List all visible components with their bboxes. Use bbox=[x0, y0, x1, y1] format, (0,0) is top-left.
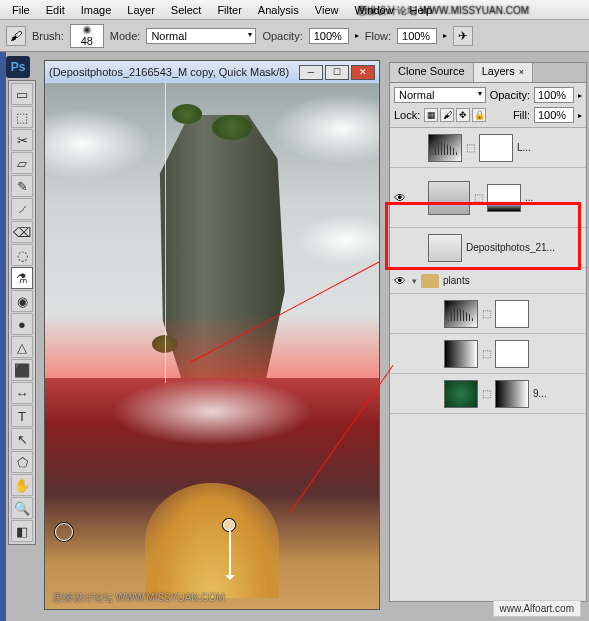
tool-dodge[interactable]: ● bbox=[11, 313, 33, 335]
tab-clone-source[interactable]: Clone Source bbox=[390, 63, 474, 82]
mode-label: Mode: bbox=[110, 30, 141, 42]
target-cursor bbox=[223, 519, 235, 531]
layer-name[interactable]: L... bbox=[517, 142, 584, 153]
vegetation bbox=[212, 115, 252, 140]
tool-shape[interactable]: ⬠ bbox=[11, 451, 33, 473]
minimize-button[interactable]: ─ bbox=[299, 65, 323, 80]
tool-crop[interactable]: ▱ bbox=[11, 152, 33, 174]
tool-healing[interactable]: ⟋ bbox=[11, 198, 33, 220]
tool-bucket[interactable]: ⬛ bbox=[11, 359, 33, 381]
menu-image[interactable]: Image bbox=[73, 2, 120, 18]
fill-input[interactable]: 100% bbox=[534, 107, 574, 123]
brush-cursor bbox=[55, 523, 73, 541]
blend-mode-dropdown[interactable]: Normal bbox=[394, 87, 486, 103]
link-icon: ⬚ bbox=[482, 348, 491, 359]
brush-preset[interactable]: 48 bbox=[70, 24, 104, 48]
link-icon: ⬚ bbox=[482, 388, 491, 399]
tool-eyedropper[interactable]: ✎ bbox=[11, 175, 33, 197]
lock-label: Lock: bbox=[394, 109, 420, 121]
link-icon: ⬚ bbox=[466, 142, 475, 153]
adjustment-thumb[interactable] bbox=[428, 134, 462, 162]
document-titlebar[interactable]: (Depositphotos_2166543_M copy, Quick Mas… bbox=[45, 61, 379, 83]
visibility-toggle[interactable] bbox=[392, 346, 408, 362]
folder-icon bbox=[421, 274, 439, 288]
layer-row[interactable]: ⬚ bbox=[390, 294, 586, 334]
layer-row[interactable]: Depositphotos_21... bbox=[390, 228, 586, 268]
visibility-toggle[interactable] bbox=[392, 386, 408, 402]
panel-tabs: Clone Source Layers× bbox=[390, 63, 586, 83]
tool-eraser[interactable]: ⌫ bbox=[11, 221, 33, 243]
tool-zoom[interactable]: 🔍 bbox=[11, 497, 33, 519]
visibility-toggle[interactable]: 👁 bbox=[392, 273, 408, 289]
tab-layers[interactable]: Layers× bbox=[474, 63, 533, 82]
layer-thumb[interactable] bbox=[444, 380, 478, 408]
adjustment-thumb[interactable] bbox=[444, 340, 478, 368]
brush-label: Brush: bbox=[32, 30, 64, 42]
mode-dropdown[interactable]: Normal bbox=[146, 28, 256, 44]
maximize-button[interactable]: ☐ bbox=[325, 65, 349, 80]
menu-view[interactable]: View bbox=[307, 2, 347, 18]
menu-analysis[interactable]: Analysis bbox=[250, 2, 307, 18]
layer-row[interactable]: 👁 ⬚ ... bbox=[390, 168, 586, 228]
mask-thumb[interactable] bbox=[495, 300, 529, 328]
tool-type[interactable]: T bbox=[11, 405, 33, 427]
close-button[interactable]: ✕ bbox=[351, 65, 375, 80]
tool-gradient[interactable]: △ bbox=[11, 336, 33, 358]
menu-filter[interactable]: Filter bbox=[209, 2, 249, 18]
layer-name[interactable]: 9... bbox=[533, 388, 584, 399]
layer-row[interactable]: ⬚ 9... bbox=[390, 374, 586, 414]
visibility-toggle[interactable]: 👁 bbox=[392, 190, 408, 206]
layer-name[interactable]: ... bbox=[525, 192, 584, 203]
tool-swatch[interactable]: ◧ bbox=[11, 520, 33, 542]
tool-marquee[interactable]: ⬚ bbox=[11, 106, 33, 128]
canvas[interactable]: 思缘设计论坛 WWW.MISSYUAN.COM bbox=[45, 83, 379, 609]
tool-brush[interactable]: ⚗ bbox=[11, 267, 33, 289]
splash bbox=[95, 372, 329, 451]
brush-tool-icon[interactable]: 🖌 bbox=[6, 26, 26, 46]
mask-thumb[interactable] bbox=[495, 340, 529, 368]
tool-lasso[interactable]: ✂ bbox=[11, 129, 33, 151]
mask-thumb[interactable] bbox=[487, 184, 521, 212]
tool-blur[interactable]: ◌ bbox=[11, 244, 33, 266]
layer-group-row[interactable]: 👁 ▾ plants bbox=[390, 268, 586, 294]
tool-path[interactable]: ↖ bbox=[11, 428, 33, 450]
layers-list[interactable]: ⬚ L... 👁 ⬚ ... Depositphotos_21... 👁 bbox=[390, 128, 586, 601]
lock-position-icon[interactable]: ✥ bbox=[456, 108, 470, 122]
layer-thumb[interactable] bbox=[428, 181, 470, 215]
layer-thumb[interactable] bbox=[428, 234, 462, 262]
visibility-toggle[interactable] bbox=[392, 240, 408, 256]
layer-name[interactable]: plants bbox=[443, 275, 584, 286]
layer-opacity-input[interactable]: 100% bbox=[534, 87, 574, 103]
tool-clone[interactable]: ◉ bbox=[11, 290, 33, 312]
menu-layer[interactable]: Layer bbox=[119, 2, 163, 18]
lock-buttons: ▦ 🖌 ✥ 🔒 bbox=[424, 108, 486, 122]
lock-transparency-icon[interactable]: ▦ bbox=[424, 108, 438, 122]
tool-pen[interactable]: ↔ bbox=[11, 382, 33, 404]
disclosure-triangle-icon[interactable]: ▾ bbox=[412, 276, 417, 286]
layer-row[interactable]: ⬚ L... bbox=[390, 128, 586, 168]
watermark: 思缘设计论坛 WWW.MISSYUAN.COM bbox=[53, 591, 225, 605]
opacity-input[interactable]: 100% bbox=[309, 28, 349, 44]
menu-select[interactable]: Select bbox=[163, 2, 210, 18]
menu-file[interactable]: File bbox=[4, 2, 38, 18]
coral bbox=[145, 483, 279, 599]
tool-move[interactable]: ▭ bbox=[11, 83, 33, 105]
layers-panel: Clone Source Layers× Normal Opacity: 100… bbox=[389, 62, 587, 602]
layer-row[interactable]: ⬚ bbox=[390, 334, 586, 374]
flow-label: Flow: bbox=[365, 30, 391, 42]
layer-name[interactable]: Depositphotos_21... bbox=[466, 242, 584, 253]
lock-all-icon[interactable]: 🔒 bbox=[472, 108, 486, 122]
adjustment-thumb[interactable] bbox=[444, 300, 478, 328]
menu-edit[interactable]: Edit bbox=[38, 2, 73, 18]
lock-pixels-icon[interactable]: 🖌 bbox=[440, 108, 454, 122]
tool-hand[interactable]: ✋ bbox=[11, 474, 33, 496]
arrow-annotation bbox=[229, 531, 231, 579]
airbrush-toggle[interactable]: ✈ bbox=[453, 26, 473, 46]
link-icon: ⬚ bbox=[482, 308, 491, 319]
layer-options: Normal Opacity: 100% ▸ Lock: ▦ 🖌 ✥ 🔒 Fil… bbox=[390, 83, 586, 128]
mask-thumb[interactable] bbox=[495, 380, 529, 408]
flow-input[interactable]: 100% bbox=[397, 28, 437, 44]
mask-thumb[interactable] bbox=[479, 134, 513, 162]
visibility-toggle[interactable] bbox=[392, 140, 408, 156]
visibility-toggle[interactable] bbox=[392, 306, 408, 322]
